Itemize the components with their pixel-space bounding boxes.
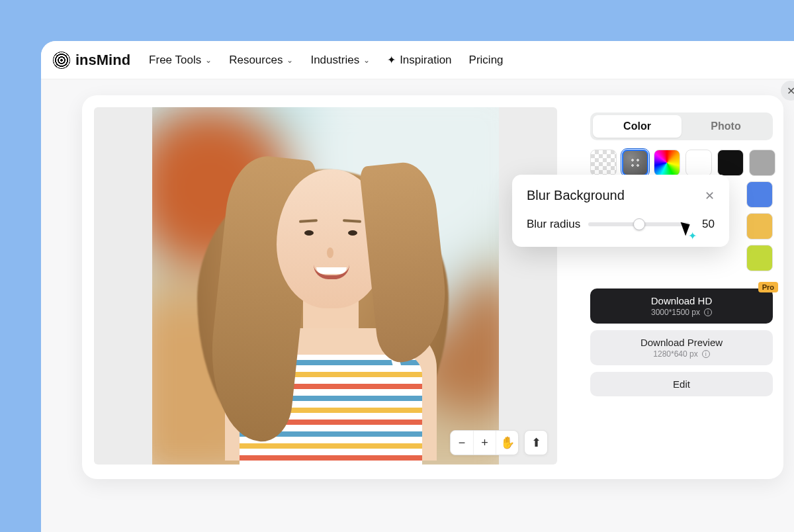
nav-resources-label: Resources (229, 54, 283, 67)
download-preview-sub: 1280*640 px (653, 349, 697, 359)
main-nav: Free Tools ⌄ Resources ⌄ Industries ⌄ ✦ … (149, 54, 503, 67)
canvas-area: − + ✋ ⬆ (94, 107, 557, 465)
popover-title: Blur Background (527, 188, 625, 203)
nav-resources[interactable]: Resources ⌄ (229, 54, 293, 67)
pan-button[interactable]: ✋ (496, 431, 518, 455)
popover-close-button[interactable]: ✕ (705, 189, 715, 203)
sparkle-icon: ✦ (688, 230, 697, 242)
blur-radius-slider[interactable] (588, 222, 689, 226)
blur-radius-label: Blur radius (527, 218, 580, 231)
upload-button[interactable]: ⬆ (525, 431, 547, 455)
close-icon: ✕ (787, 85, 795, 97)
chevron-down-icon: ⌄ (287, 56, 293, 65)
chevron-down-icon: ⌄ (205, 56, 212, 65)
nav-industries[interactable]: Industries ⌄ (310, 54, 370, 67)
swatch-blue[interactable] (746, 181, 773, 208)
download-preview-label: Download Preview (590, 337, 773, 348)
chevron-down-icon: ⌄ (363, 56, 370, 65)
close-icon: ✕ (705, 189, 715, 202)
canvas-toolbar: − + ✋ ⬆ (450, 430, 548, 455)
brand-logo-icon (53, 52, 70, 69)
nav-free-tools-label: Free Tools (149, 54, 201, 67)
download-hd-label: Download HD (590, 295, 773, 306)
swatch-white[interactable] (685, 150, 712, 176)
topbar: insMind Free Tools ⌄ Resources ⌄ Industr… (41, 41, 794, 79)
nav-pricing-label: Pricing (469, 54, 504, 67)
minus-icon: − (459, 436, 466, 450)
background-mode-segment: Color Photo (590, 112, 773, 140)
nav-inspiration-label: Inspiration (400, 54, 451, 67)
edit-label: Edit (673, 378, 690, 390)
info-icon: i (704, 308, 712, 316)
download-hd-button[interactable]: Pro Download HD 3000*1500 px i (590, 288, 773, 324)
info-icon: i (702, 350, 710, 358)
right-panel: Color Photo (590, 112, 773, 396)
slider-thumb[interactable] (633, 218, 645, 230)
brand-name: insMind (75, 52, 130, 69)
swatch-black[interactable] (717, 150, 744, 176)
sparkle-icon: ✦ (387, 54, 396, 66)
tab-photo[interactable]: Photo (682, 115, 770, 138)
nav-inspiration[interactable]: ✦ Inspiration (387, 54, 451, 67)
nav-industries-label: Industries (310, 54, 359, 67)
nav-pricing[interactable]: Pricing (469, 54, 504, 67)
plus-icon: + (481, 436, 488, 450)
tab-color[interactable]: Color (593, 115, 682, 138)
canvas-image[interactable] (152, 107, 499, 465)
cursor-decoration: ✦ (683, 220, 703, 240)
canvas-subject (177, 130, 475, 465)
swatch-gold[interactable] (746, 213, 773, 240)
edit-button[interactable]: Edit (590, 372, 773, 396)
pro-badge: Pro (758, 282, 778, 292)
swatch-color-picker[interactable] (654, 150, 680, 176)
zoom-in-button[interactable]: + (473, 431, 496, 455)
close-button[interactable]: ✕ (781, 81, 794, 101)
blur-popover: Blur Background ✕ Blur radius 50 ✦ (512, 175, 729, 247)
tab-photo-label: Photo (711, 120, 740, 132)
upload-group: ⬆ (524, 430, 548, 455)
download-hd-sub: 3000*1500 px (651, 308, 700, 317)
zoom-pan-group: − + ✋ (450, 430, 519, 455)
swatch-transparent[interactable] (590, 150, 617, 176)
zoom-out-button[interactable]: − (451, 431, 473, 455)
brand[interactable]: insMind (53, 52, 130, 69)
swatch-blur-selected[interactable] (622, 150, 648, 176)
tab-color-label: Color (623, 120, 651, 132)
hand-icon: ✋ (500, 435, 515, 450)
nav-free-tools[interactable]: Free Tools ⌄ (149, 54, 212, 67)
swatch-lime[interactable] (746, 245, 773, 271)
download-preview-button[interactable]: Download Preview 1280*640 px i (590, 330, 773, 365)
app-shell: insMind Free Tools ⌄ Resources ⌄ Industr… (41, 41, 794, 532)
action-buttons: Pro Download HD 3000*1500 px i Download … (590, 288, 773, 396)
editor-card: ✕ (82, 95, 783, 479)
upload-icon: ⬆ (531, 435, 541, 450)
swatch-grey[interactable] (749, 150, 775, 176)
